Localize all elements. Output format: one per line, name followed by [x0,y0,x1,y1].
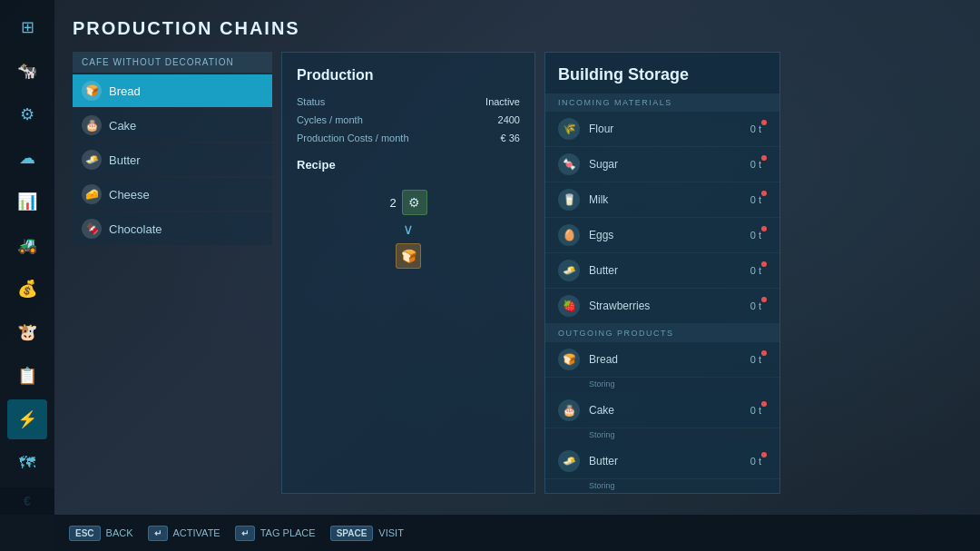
chain-item-label: Cheese [109,188,150,202]
sugar-name: Sugar [589,158,750,171]
sidebar-item-chains[interactable]: ⚡ [7,399,47,439]
visit-label: VISIT [378,527,404,538]
recipe-arrow-icon: ∨ [403,221,414,238]
production-panel: Production Status Inactive Cycles / mont… [281,52,535,494]
butter-in-status-dot [761,261,767,267]
milk-amount: 0 t [750,194,761,205]
milk-name: Milk [589,193,750,206]
sugar-amount: 0 t [750,159,761,170]
storage-item-milk[interactable]: 🥛 Milk 0 t [545,182,779,218]
tagplace-key[interactable]: ↵ [235,526,255,541]
cake-out-amount: 0 t [750,405,761,416]
activate-key[interactable]: ↵ [148,526,168,541]
esc-key[interactable]: ESC [69,526,101,541]
cake-out-name: Cake [589,404,750,417]
flour-status-dot [761,120,767,125]
hotkey-tagplace: ↵ TAG PLACE [235,526,316,541]
chain-item-cake[interactable]: 🎂 Cake [73,109,272,142]
costs-label: Production Costs / month [297,133,409,143]
chain-item-label: Bread [109,84,141,98]
tagplace-label: TAG PLACE [260,527,316,538]
storage-item-flour[interactable]: 🌾 Flour 0 t [545,112,779,147]
sidebar: ⊞ 🐄 ⚙ ☁ 📊 🚜 💰 🐮 📋 ⚡ 🗺 [0,0,54,551]
storage-item-strawberries[interactable]: 🍓 Strawberries 0 t [545,289,779,324]
flour-name: Flour [589,123,750,135]
storage-item-sugar[interactable]: 🍬 Sugar 0 t [545,147,779,182]
butter-out-name: Butter [589,455,750,467]
sidebar-item-vehicle[interactable]: 🚜 [7,225,47,265]
sidebar-item-weather[interactable]: ☁ [7,138,47,178]
hotkey-visit: SPACE VISIT [330,526,404,541]
bread-out-sub: Storing [545,378,779,393]
status-row: Status Inactive [297,96,520,107]
storage-item-butter-out[interactable]: 🧈 Butter 0 t [545,444,779,479]
cake-out-sub: Storing [545,428,779,444]
cycles-value: 2400 [498,114,520,125]
chain-item-cheese[interactable]: 🧀 Cheese [73,178,272,211]
recipe-input-icon: ⚙ [402,190,427,215]
recipe-input-count: 2 [389,196,396,210]
cycles-label: Cycles / month [297,114,363,125]
cycles-row: Cycles / month 2400 [297,114,520,125]
bread-out-icon: 🍞 [558,349,580,370]
chain-item-bread[interactable]: 🍞 Bread [73,74,272,107]
bread-out-name: Bread [589,353,750,366]
hotkey-activate: ↵ ACTIVATE [148,526,220,541]
chain-item-label: Butter [109,153,141,167]
butter-out-sub: Storing [545,479,779,494]
sidebar-item-records[interactable]: 📋 [7,356,47,396]
chain-list: CAFE WITHOUT DECORATION 🍞 Bread 🎂 Cake 🧈… [73,52,272,494]
eggs-name: Eggs [589,229,750,241]
chain-item-label: Chocolate [109,222,162,236]
chocolate-icon: 🍫 [82,219,102,239]
incoming-label: INCOMING MATERIALS [545,93,779,112]
sidebar-item-map[interactable]: ⊞ [7,7,47,47]
recipe-input: 2 ⚙ [389,190,426,215]
outgoing-label: OUTGOING PRODUCTS [545,324,779,342]
flour-amount: 0 t [750,123,761,134]
eggs-icon: 🥚 [558,224,580,246]
costs-value: € 36 [501,133,520,143]
recipe-output-icon: 🍞 [396,243,421,269]
bottom-bar: ESC BACK ↵ ACTIVATE ↵ TAG PLACE SPACE VI… [54,515,980,551]
sidebar-item-settings[interactable]: ⚙ [7,94,47,134]
butter-out-amount: 0 t [750,456,761,467]
visit-key[interactable]: SPACE [330,526,374,541]
flour-icon: 🌾 [558,118,580,140]
production-title: Production [297,67,520,84]
eggs-amount: 0 t [750,230,761,241]
sidebar-item-stats[interactable]: 📊 [7,182,47,221]
chain-category: CAFE WITHOUT DECORATION [73,52,272,73]
esc-label: BACK [106,527,133,538]
sidebar-item-animal[interactable]: 🐮 [7,312,47,352]
storage-item-cake-out[interactable]: 🎂 Cake 0 t [545,393,779,428]
bread-icon: 🍞 [82,81,102,101]
storage-item-eggs[interactable]: 🥚 Eggs 0 t [545,218,779,253]
page-title: PRODUCTION CHAINS [73,18,962,39]
storage-item-bread-out[interactable]: 🍞 Bread 0 t [545,342,779,378]
milk-icon: 🥛 [558,189,580,211]
status-value: Inactive [485,96,520,107]
recipe-output: 🍞 [396,243,421,269]
butter-out-icon: 🧈 [558,450,580,472]
cake-out-icon: 🎂 [558,399,580,421]
bread-out-amount: 0 t [750,354,761,365]
activate-label: ACTIVATE [173,527,220,538]
hotkey-esc: ESC BACK [69,526,133,541]
butter-in-amount: 0 t [750,265,761,276]
sidebar-item-livestock[interactable]: 🐄 [7,51,47,91]
chain-item-chocolate[interactable]: 🍫 Chocolate [73,212,272,245]
storage-title: Building Storage [545,53,779,93]
sidebar-item-finance[interactable]: 💰 [7,269,47,309]
content-area: CAFE WITHOUT DECORATION 🍞 Bread 🎂 Cake 🧈… [73,52,962,494]
storage-item-butter-in[interactable]: 🧈 Butter 0 t [545,253,779,289]
milk-status-dot [761,191,767,196]
bread-out-dot [761,350,767,356]
sidebar-item-overview[interactable]: 🗺 [7,443,47,483]
cake-out-dot [761,401,767,407]
strawberries-status-dot [761,297,767,302]
chain-item-butter[interactable]: 🧈 Butter [73,143,272,176]
main-content: PRODUCTION CHAINS CAFE WITHOUT DECORATIO… [54,0,980,551]
strawberries-amount: 0 t [750,300,761,311]
chain-item-label: Cake [109,119,136,133]
